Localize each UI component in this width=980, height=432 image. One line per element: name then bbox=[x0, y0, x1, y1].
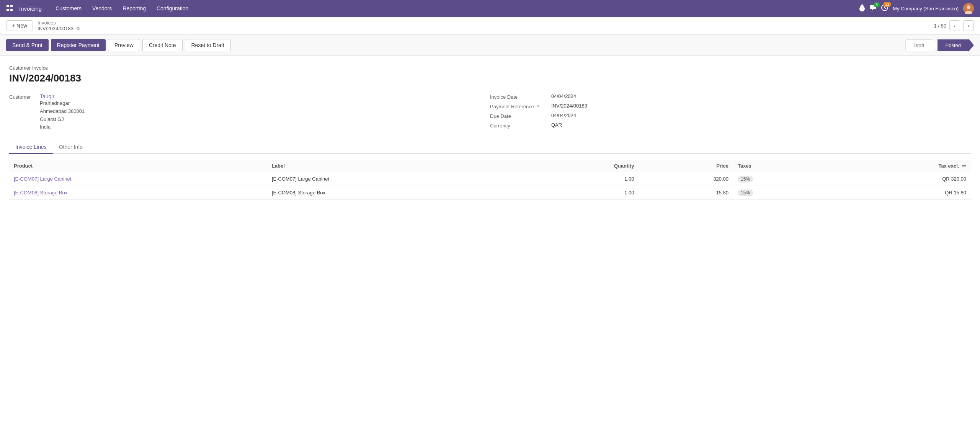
svg-rect-3 bbox=[10, 9, 13, 11]
due-date-value[interactable]: 04/04/2024 bbox=[551, 112, 576, 118]
preview-button[interactable]: Preview bbox=[108, 39, 140, 51]
document-number: INV/2024/00183 bbox=[9, 72, 971, 84]
pagination-text: 1 / 80 bbox=[934, 23, 946, 29]
invoice-date-label: Invoice Date bbox=[490, 93, 551, 100]
due-date-label: Due Date bbox=[490, 112, 551, 119]
action-buttons: Send & Print Register Payment Preview Cr… bbox=[6, 39, 231, 51]
activity-badge: 11 bbox=[883, 2, 891, 7]
breadcrumb-parent[interactable]: Invoices bbox=[38, 20, 80, 26]
payment-ref-help[interactable]: ? bbox=[537, 104, 540, 109]
invoice-table: Product Label Quantity Price Taxes Tax e… bbox=[9, 160, 971, 200]
address-line1: Prahladnagar bbox=[40, 99, 85, 108]
app-name[interactable]: Invoicing bbox=[19, 5, 42, 12]
topnav-menu: Customers Vendors Reporting Configuratio… bbox=[51, 4, 856, 13]
tax-excl-cell-2: QR 15.80 bbox=[828, 186, 971, 200]
form-left: Customer Tauqir Prahladnagar Ahmedabad 3… bbox=[9, 93, 490, 132]
water-drop-icon[interactable] bbox=[859, 4, 865, 13]
product-link-2[interactable]: [E-COM08] Storage Box bbox=[14, 190, 67, 196]
product-link-1[interactable]: [E-COM07] Large Cabinet bbox=[14, 176, 71, 182]
menu-configuration[interactable]: Configuration bbox=[152, 4, 193, 13]
grid-icon[interactable] bbox=[6, 5, 13, 13]
status-bar: Draft Posted bbox=[905, 39, 974, 52]
breadcrumb-current: INV/2024/00183 ⚙ bbox=[38, 26, 80, 31]
invoice-date-row: Invoice Date 04/04/2024 bbox=[490, 93, 971, 100]
label-cell-2: [E-COM08] Storage Box bbox=[267, 186, 525, 200]
customer-block: Customer Tauqir Prahladnagar Ahmedabad 3… bbox=[9, 93, 490, 131]
tab-other-info[interactable]: Other Info bbox=[53, 141, 89, 154]
address-line3: Gujarat GJ bbox=[40, 116, 85, 124]
new-button[interactable]: + New bbox=[6, 20, 33, 31]
credit-note-button[interactable]: Credit Note bbox=[142, 39, 183, 51]
register-payment-button[interactable]: Register Payment bbox=[51, 39, 106, 51]
currency-label: Currency bbox=[490, 122, 551, 129]
messages-icon[interactable]: 6 bbox=[870, 5, 877, 12]
menu-customers[interactable]: Customers bbox=[51, 4, 86, 13]
svg-rect-2 bbox=[7, 9, 9, 11]
tax-excl-cell-1: QR 320.00 bbox=[828, 172, 971, 186]
col-price: Price bbox=[639, 160, 733, 172]
customer-info: Tauqir Prahladnagar Ahmedabad 380001 Guj… bbox=[40, 93, 85, 131]
avatar[interactable] bbox=[963, 3, 974, 14]
prev-arrow[interactable]: ‹ bbox=[949, 20, 960, 31]
address-line4: India bbox=[40, 123, 85, 131]
tax-badge-2: 15% bbox=[738, 189, 753, 196]
topnav: Invoicing Customers Vendors Reporting Co… bbox=[0, 0, 980, 17]
payment-ref-value[interactable]: INV/2024/00183 bbox=[551, 103, 587, 109]
svg-point-7 bbox=[967, 5, 970, 9]
table-body: [E-COM07] Large Cabinet [E-COM07] Large … bbox=[9, 172, 971, 200]
form-grid: Customer Tauqir Prahladnagar Ahmedabad 3… bbox=[9, 93, 971, 132]
price-cell-2[interactable]: 15.80 bbox=[639, 186, 733, 200]
menu-vendors[interactable]: Vendors bbox=[88, 4, 116, 13]
currency-row: Currency QAR bbox=[490, 122, 971, 129]
payment-ref-label: Payment Reference ? bbox=[490, 103, 551, 109]
currency-value[interactable]: QAR bbox=[551, 122, 562, 128]
messages-badge: 6 bbox=[874, 2, 880, 7]
taxes-cell-2[interactable]: 15% bbox=[733, 186, 828, 200]
payment-ref-row: Payment Reference ? INV/2024/00183 bbox=[490, 103, 971, 109]
breadcrumb-right: 1 / 80 ‹ › bbox=[934, 20, 974, 31]
customer-label: Customer bbox=[9, 93, 40, 131]
customer-name[interactable]: Tauqir bbox=[40, 93, 85, 99]
breadcrumb-path: Invoices INV/2024/00183 ⚙ bbox=[38, 20, 80, 31]
topnav-right: 6 11 My Company (San Francisco) bbox=[859, 3, 974, 14]
address-block: Prahladnagar Ahmedabad 380001 Gujarat GJ… bbox=[40, 99, 85, 131]
due-date-row: Due Date 04/04/2024 bbox=[490, 112, 971, 119]
col-label: Label bbox=[267, 160, 525, 172]
price-cell-1[interactable]: 320.00 bbox=[639, 172, 733, 186]
tax-badge-1: 15% bbox=[738, 176, 753, 183]
send-print-button[interactable]: Send & Print bbox=[6, 39, 49, 51]
menu-reporting[interactable]: Reporting bbox=[118, 4, 150, 13]
quantity-cell-2[interactable]: 1.00 bbox=[525, 186, 639, 200]
table-header: Product Label Quantity Price Taxes Tax e… bbox=[9, 160, 971, 172]
status-arrow-2 bbox=[969, 39, 974, 52]
document-type: Customer Invoice bbox=[9, 65, 971, 71]
tab-invoice-lines[interactable]: Invoice Lines bbox=[9, 141, 53, 154]
invoice-date-value[interactable]: 04/04/2024 bbox=[551, 93, 576, 99]
status-draft[interactable]: Draft bbox=[905, 39, 932, 51]
next-arrow[interactable]: › bbox=[963, 20, 974, 31]
status-posted[interactable]: Posted bbox=[938, 39, 969, 51]
table-settings-icon[interactable]: ⇌ bbox=[962, 163, 966, 169]
svg-rect-1 bbox=[10, 5, 13, 7]
reset-to-draft-button[interactable]: Reset to Draft bbox=[185, 39, 231, 51]
status-arrow-1 bbox=[932, 39, 938, 52]
svg-rect-0 bbox=[7, 5, 9, 7]
address-line2: Ahmedabad 380001 bbox=[40, 108, 85, 116]
gear-icon[interactable]: ⚙ bbox=[76, 26, 80, 31]
quantity-cell-1[interactable]: 1.00 bbox=[525, 172, 639, 186]
label-cell-1: [E-COM07] Large Cabinet bbox=[267, 172, 525, 186]
col-taxes: Taxes bbox=[733, 160, 828, 172]
col-tax-excl: Tax excl. ⇌ bbox=[828, 160, 971, 172]
breadcrumb-left: + New Invoices INV/2024/00183 ⚙ bbox=[6, 20, 80, 31]
activity-icon[interactable]: 11 bbox=[881, 4, 888, 13]
table-row: [E-COM08] Storage Box [E-COM08] Storage … bbox=[9, 186, 971, 200]
taxes-cell-1[interactable]: 15% bbox=[733, 172, 828, 186]
table-row: [E-COM07] Large Cabinet [E-COM07] Large … bbox=[9, 172, 971, 186]
form-right: Invoice Date 04/04/2024 Payment Referenc… bbox=[490, 93, 971, 132]
tabs: Invoice Lines Other Info bbox=[9, 141, 971, 154]
action-bar: Send & Print Register Payment Preview Cr… bbox=[0, 35, 980, 56]
company-name[interactable]: My Company (San Francisco) bbox=[893, 6, 959, 11]
main-content: Customer Invoice INV/2024/00183 Customer… bbox=[0, 56, 980, 432]
breadcrumb-bar: + New Invoices INV/2024/00183 ⚙ 1 / 80 ‹… bbox=[0, 17, 980, 35]
col-quantity: Quantity bbox=[525, 160, 639, 172]
